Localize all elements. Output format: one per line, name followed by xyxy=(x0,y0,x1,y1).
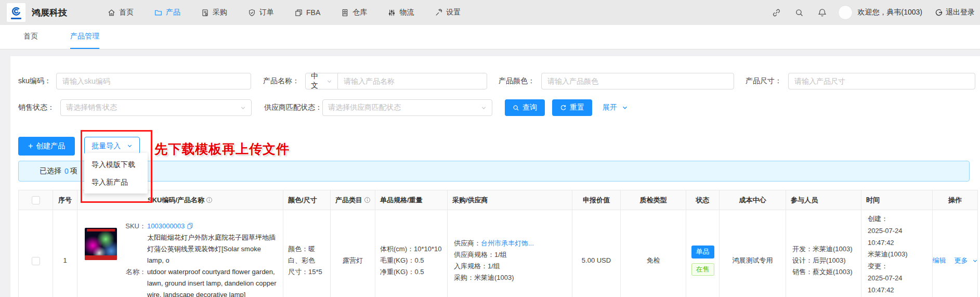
selection-info-bar: 已选择 0 项 xyxy=(18,161,970,182)
folder-icon xyxy=(154,9,162,17)
chevron-down-icon xyxy=(622,105,628,111)
name-language-select[interactable]: 中文 xyxy=(305,73,338,89)
created-label: 创建： xyxy=(868,213,928,225)
nav-item-settings[interactable]: 设置 xyxy=(435,8,461,17)
copy-icon[interactable] xyxy=(187,223,193,229)
product-title-cn: 太阳能烟花灯户外防水庭院花子园草坪地插灯蒲公英铜线景观装饰灯[Solar smo… xyxy=(147,232,279,266)
nav-item-orders[interactable]: 订单 xyxy=(248,8,274,17)
purchase-doc-icon xyxy=(201,9,209,17)
header-declared-value: 申报价值 xyxy=(572,190,621,210)
link-icon[interactable] xyxy=(772,8,781,17)
nav-item-home[interactable]: 首页 xyxy=(108,8,134,17)
create-product-button[interactable]: + 创建产品 xyxy=(18,137,75,156)
sale-status-placeholder: 请选择销售状态 xyxy=(66,103,117,112)
nav-item-products[interactable]: 产品 xyxy=(154,8,180,17)
header-status: 状态 xyxy=(686,190,720,210)
reset-button-label: 重置 xyxy=(570,103,584,112)
welcome-text: 欢迎您，典韦(1003) xyxy=(858,8,922,17)
tab-product-management[interactable]: 产品管理 xyxy=(70,25,99,49)
table-row: 1 SKU： 1003000003 太阳能烟花灯户外防水庭院花子园草坪地插灯蒲公… xyxy=(19,210,978,297)
nav-label: 物流 xyxy=(399,8,414,17)
product-image[interactable] xyxy=(85,228,117,260)
product-table: 序号 SKU编码/产品名称 颜色/尺寸 产品类目 单品规格/重量 采购/供应商 … xyxy=(18,190,978,297)
chevron-down-icon xyxy=(127,143,133,149)
row-checkbox[interactable] xyxy=(32,257,40,265)
nav-item-logistics[interactable]: 物流 xyxy=(388,8,414,17)
sale-status-label: 销售状态： xyxy=(18,103,60,112)
breadcrumb-tabs: 首页 产品管理 xyxy=(0,25,980,49)
changed-time: 2025-07-24 10:47:42 xyxy=(868,273,928,296)
bell-icon[interactable] xyxy=(818,8,827,17)
supplier-label: 供应商： xyxy=(454,239,481,247)
size-value: 尺寸：15*5 xyxy=(288,266,326,278)
logout-button[interactable]: 退出登录 xyxy=(935,8,975,17)
header-cost-center: 成本中心 xyxy=(720,190,786,210)
changed-label: 变更： xyxy=(868,261,928,273)
purchase-supplier-cell: 供应商：台州市承丰灯饰... 供应商规格：1/组 入库规格：1/组 采购：米莱迪… xyxy=(448,210,572,297)
spec-gross-weight: 毛重(KG)：0.5 xyxy=(380,255,443,266)
filter-row-1: sku编码： 产品名称： 中文 产品颜色： 产品尺寸： xyxy=(10,73,980,89)
operations-cell: 编辑 更多 xyxy=(933,210,978,297)
user-avatar[interactable] xyxy=(838,5,853,20)
select-all-checkbox[interactable] xyxy=(32,196,40,204)
supplier-match-select[interactable]: 请选择供应商匹配状态 xyxy=(322,99,492,116)
search-icon[interactable] xyxy=(795,8,804,17)
selection-unit: 项 xyxy=(70,166,77,176)
nav-item-warehouse[interactable]: 仓库 xyxy=(341,8,367,17)
product-name-input[interactable] xyxy=(337,73,487,89)
nav-item-purchase[interactable]: 采购 xyxy=(201,8,227,17)
chevron-down-icon xyxy=(972,258,978,264)
header-operations: 操作 xyxy=(933,190,978,210)
brand-logo[interactable] xyxy=(7,3,25,22)
product-name-label: 产品名称： xyxy=(263,76,305,86)
menu-item-import-template-download[interactable]: 导入模版下载 xyxy=(84,156,148,173)
spec-volume: 体积(cm)：10*10*10 xyxy=(380,243,443,255)
time-cell: 创建： 2025-07-24 10:47:42 米莱迪(1003) 变更： 20… xyxy=(861,210,933,297)
search-button[interactable]: 查询 xyxy=(505,99,545,116)
brand-name: 鸿展科技 xyxy=(32,7,67,19)
table-header-row: 序号 SKU编码/产品名称 颜色/尺寸 产品类目 单品规格/重量 采购/供应商 … xyxy=(19,190,978,210)
warehouse-cabinet-icon xyxy=(341,9,349,17)
product-size-input[interactable] xyxy=(788,73,975,89)
nav-label: 订单 xyxy=(259,8,274,17)
supplier-match-placeholder: 请选择供应商匹配状态 xyxy=(328,103,401,112)
spec-net-weight: 净重(KG)：0.5 xyxy=(380,266,443,278)
logout-icon xyxy=(935,8,943,17)
supplier-link[interactable]: 台州市承丰灯饰... xyxy=(481,239,534,247)
nav-label: 仓库 xyxy=(352,8,367,17)
product-color-input[interactable] xyxy=(541,73,734,89)
header-category: 产品类目 xyxy=(331,190,375,210)
create-product-label: 创建产品 xyxy=(36,141,65,151)
top-navbar: 鸿展科技 首页 产品 采购 订单 FBA 仓库 物流 xyxy=(0,0,980,25)
logo-swirl-icon xyxy=(11,6,21,17)
color-value: 颜色：暖白、彩色 xyxy=(288,243,326,266)
tab-home[interactable]: 首页 xyxy=(23,25,38,49)
sku-name-cell: SKU： 1003000003 太阳能烟花灯户外防水庭院花子园草坪地插灯蒲公英铜… xyxy=(77,215,283,297)
product-size-label: 产品尺寸： xyxy=(746,76,788,86)
reset-button[interactable]: 重置 xyxy=(552,99,592,116)
nav-label: 设置 xyxy=(446,8,461,17)
action-row: + 创建产品 批量导入 先下载模板再上传文件 xyxy=(10,134,980,158)
sku-input[interactable] xyxy=(56,73,251,89)
header-sku-name-label: SKU编码/产品名称 xyxy=(148,196,204,204)
sku-value: 1003000003 xyxy=(147,221,279,232)
expand-link[interactable]: 展开 xyxy=(603,103,628,112)
nav-label: 产品 xyxy=(166,8,180,17)
menu-item-import-new-product[interactable]: 导入新产品 xyxy=(84,173,148,191)
sku-link[interactable]: 1003000003 xyxy=(147,222,185,230)
more-link[interactable]: 更多 xyxy=(955,255,978,266)
shield-check-icon xyxy=(248,9,256,17)
badge-on-sale[interactable]: 在售 xyxy=(691,263,714,276)
product-name-en: utdoor waterproof courtyard flower garde… xyxy=(147,266,279,297)
info-icon[interactable] xyxy=(364,197,371,203)
chevron-down-icon xyxy=(240,105,246,111)
edit-link[interactable]: 编辑 xyxy=(933,255,946,266)
badge-single-product[interactable]: 单品 xyxy=(691,246,714,258)
info-icon[interactable] xyxy=(206,197,213,203)
nav-item-fba[interactable]: FBA xyxy=(295,8,320,17)
sale-status-select[interactable]: 请选择销售状态 xyxy=(60,99,252,116)
logo-text-bar xyxy=(11,18,21,19)
nav-label: 首页 xyxy=(119,8,134,17)
inbound-spec: 入库规格：1/组 xyxy=(454,261,568,272)
header-category-label: 产品类目 xyxy=(335,196,362,204)
